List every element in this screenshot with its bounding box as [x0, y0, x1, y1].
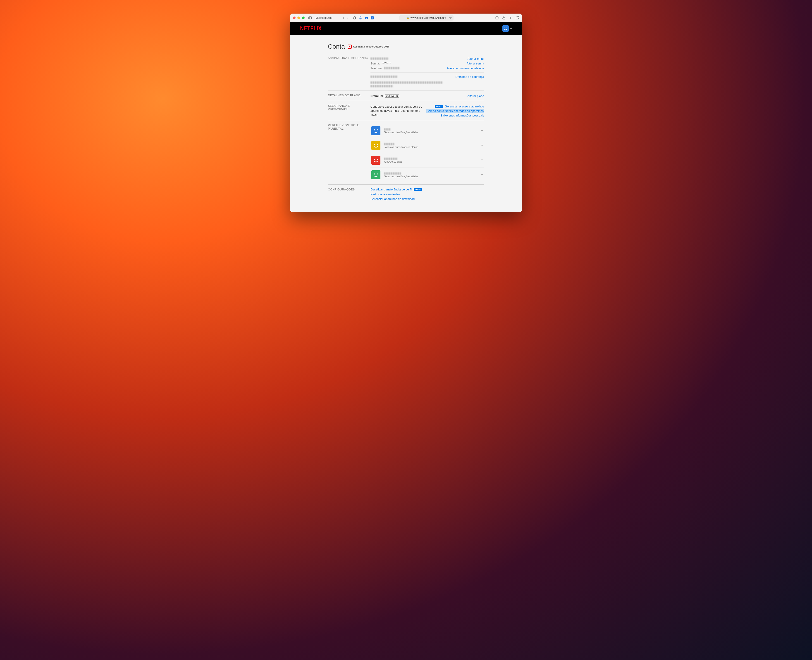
- chevron-down-icon: [481, 145, 483, 146]
- extension-1password-button[interactable]: [370, 16, 374, 20]
- password-label: Senha:: [370, 62, 380, 65]
- camera-icon: [365, 16, 368, 20]
- profile-avatar: [371, 155, 380, 165]
- section-label: PERFIL E CONTROLE PARENTAL: [328, 124, 369, 182]
- test-participation-link[interactable]: Participação em testes: [370, 192, 400, 196]
- redacted-billing-line2: [370, 85, 393, 87]
- sidebar-icon: [308, 16, 312, 20]
- section-security: SEGURANÇA E PRIVACIDADE Controle o acess…: [328, 101, 484, 120]
- svg-point-20: [377, 173, 378, 175]
- svg-point-18: [377, 159, 378, 160]
- svg-point-17: [374, 159, 375, 160]
- chevron-down-icon: [481, 130, 483, 132]
- profile-avatar: [371, 170, 380, 179]
- lock-icon: 🔒: [407, 16, 409, 19]
- reload-button[interactable]: ⟳: [449, 16, 452, 19]
- redacted-billing-line1: [370, 81, 443, 84]
- billing-details-link[interactable]: Detalhes de cobrança: [456, 75, 484, 78]
- plan-badge: ULTRA HD: [385, 95, 399, 97]
- svg-point-5: [366, 17, 367, 18]
- member-since-icon: [348, 44, 352, 49]
- profile-menu[interactable]: [502, 25, 512, 32]
- avatar: [502, 25, 509, 32]
- plus-icon: [509, 16, 512, 20]
- signout-all-devices-link[interactable]: Sair da conta Netflix em todos os aparel…: [426, 109, 484, 113]
- change-phone-link[interactable]: Alterar o número de telefone: [447, 67, 484, 70]
- caret-down-icon: [510, 28, 512, 29]
- tab-group-picker[interactable]: MacMagazine ⌄: [314, 16, 338, 20]
- manage-download-devices-link[interactable]: Gerenciar aparelhos de download: [370, 197, 415, 201]
- svg-rect-6: [366, 17, 366, 17]
- section-label: CONFIGURAÇÕES: [328, 188, 369, 201]
- extension-screenshot-button[interactable]: [365, 16, 368, 20]
- close-window-button[interactable]: [293, 16, 296, 19]
- shield-half-icon: [353, 16, 356, 20]
- redacted-email: [370, 57, 389, 60]
- share-icon: [502, 16, 505, 20]
- profile-maturity: Até A10 10 anos: [384, 160, 402, 163]
- site-header: NETFLIX: [290, 22, 522, 35]
- profile-row[interactable]: Até A10 10 anos: [370, 153, 484, 167]
- section-plan: DETALHES DO PLANO Premium ULTRA HD Alter…: [328, 90, 484, 101]
- security-description: Controle o acesso a esta conta, veja os …: [370, 105, 425, 117]
- profile-row[interactable]: Todas as classificações etárias: [370, 167, 484, 182]
- phone-label: Telefone:: [370, 67, 383, 70]
- change-plan-link[interactable]: Alterar plano: [467, 94, 484, 98]
- address-bar[interactable]: 🔒 www.netflix.com/YourAccount ⟳: [399, 15, 453, 21]
- page-title: Conta: [328, 43, 345, 50]
- novo-badge: NOVO: [435, 105, 443, 108]
- downloads-button[interactable]: [495, 16, 499, 20]
- svg-point-13: [374, 129, 375, 130]
- section-label: DETALHES DO PLANO: [328, 94, 369, 98]
- svg-point-12: [506, 28, 507, 28]
- minimize-window-button[interactable]: [297, 16, 300, 19]
- share-button[interactable]: [502, 16, 505, 20]
- password-mask: ********: [381, 62, 391, 65]
- zoom-window-button[interactable]: [302, 16, 305, 19]
- forward-button[interactable]: ›: [346, 16, 349, 20]
- chevron-down-icon: [481, 160, 483, 161]
- sidebar-toggle-button[interactable]: [308, 16, 312, 20]
- back-button[interactable]: ‹: [342, 16, 345, 20]
- browser-window: MacMagazine ⌄ ‹ ›: [290, 14, 522, 212]
- tabs-icon: [515, 16, 519, 20]
- page-content: Conta Assinante desde Outubro 2018 ASSIN…: [290, 35, 522, 212]
- svg-rect-10: [516, 17, 518, 19]
- new-tab-button[interactable]: [509, 16, 512, 20]
- plan-name: Premium: [370, 94, 383, 98]
- extension-privacy-button[interactable]: [359, 16, 362, 20]
- fingerprint-icon: [359, 16, 362, 20]
- manage-devices-link[interactable]: Gerenciar acesso e aparelhos: [445, 105, 484, 108]
- profile-avatar: [371, 126, 380, 135]
- smile-face-icon: [502, 25, 509, 32]
- download-icon: [495, 16, 499, 20]
- change-password-link[interactable]: Alterar senha: [467, 62, 484, 65]
- change-email-link[interactable]: Alterar email: [467, 57, 484, 60]
- section-label: SEGURANÇA E PRIVACIDADE: [328, 104, 369, 118]
- smile-face-icon: [371, 170, 380, 179]
- chevron-down-icon: [481, 175, 483, 176]
- tab-group-name: MacMagazine: [315, 16, 332, 19]
- section-membership: ASSINATURA E COBRANÇA Alterar email Senh…: [328, 53, 484, 90]
- reader-mode-button[interactable]: [353, 16, 356, 20]
- window-controls: [293, 16, 305, 19]
- toolbar-right: [495, 16, 519, 20]
- download-personal-info-link[interactable]: Baixe suas informações pessoais: [440, 114, 484, 117]
- nav-arrows: ‹ ›: [342, 16, 349, 20]
- browser-toolbar: MacMagazine ⌄ ‹ ›: [290, 14, 522, 22]
- disable-profile-transfer-link[interactable]: Desativar transferência de perfil: [370, 188, 412, 191]
- svg-point-15: [374, 144, 375, 145]
- url-text: www.netflix.com/YourAccount: [410, 16, 446, 19]
- chevron-down-icon: ⌄: [333, 16, 337, 19]
- profile-row[interactable]: Todas as classificações etárias: [370, 138, 484, 153]
- redacted-profile-name: [384, 143, 394, 145]
- member-since-badge: Assinante desde Outubro 2018: [348, 44, 389, 49]
- member-since-text: Assinante desde Outubro 2018: [353, 45, 389, 48]
- svg-rect-0: [309, 16, 311, 19]
- tab-overview-button[interactable]: [515, 16, 519, 20]
- redacted-payment: [370, 76, 397, 78]
- plus-box-icon: [370, 16, 374, 20]
- profile-row[interactable]: Todas as classificações etárias: [370, 124, 484, 138]
- netflix-logo[interactable]: NETFLIX: [300, 25, 322, 32]
- redacted-profile-name: [384, 158, 397, 160]
